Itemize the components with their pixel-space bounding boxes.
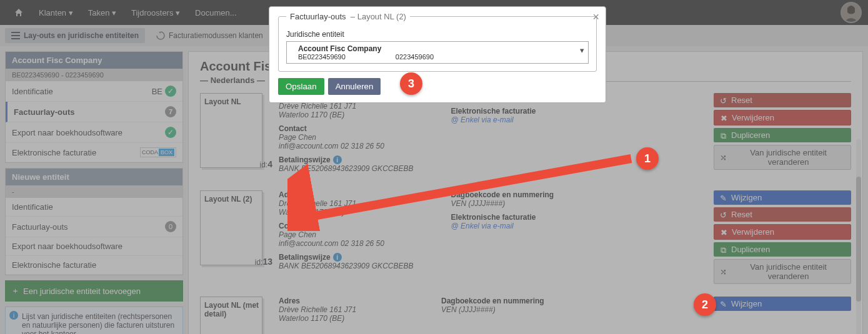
field-label: Juridische entiteit [286,30,589,39]
callout-3: 3 [400,72,422,95]
cancel-button[interactable]: Annuleren [328,78,381,95]
chevron-down-icon: ▾ [580,46,584,55]
save-button[interactable]: Opslaan [278,78,324,95]
modal-legend: Factuurlay-outs – Layout NL (2) [286,12,410,21]
callout-2: 2 [694,293,716,316]
callout-1: 1 [636,147,659,170]
close-icon[interactable]: × [592,11,599,24]
modal-change-entity: × Factuurlay-outs – Layout NL (2) Juridi… [269,6,606,103]
entity-select[interactable]: Account Fisc Company BE0223459690 022345… [286,41,589,64]
